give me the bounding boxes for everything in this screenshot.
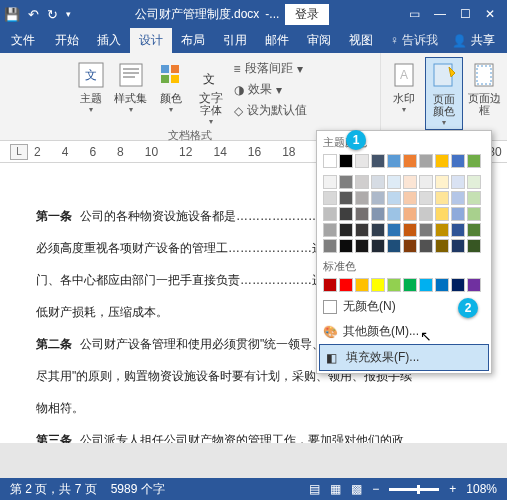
color-swatch[interactable] — [387, 154, 401, 168]
color-swatch[interactable] — [387, 223, 401, 237]
color-swatch[interactable] — [387, 175, 401, 189]
color-swatch[interactable] — [451, 278, 465, 292]
color-swatch[interactable] — [403, 175, 417, 189]
color-swatch[interactable] — [435, 191, 449, 205]
color-swatch[interactable] — [339, 223, 353, 237]
page-indicator[interactable]: 第 2 页，共 7 页 — [10, 481, 97, 498]
themes-button[interactable]: 文 主题▾ — [72, 57, 110, 116]
maximize-icon[interactable]: ☐ — [460, 7, 471, 21]
tab-design[interactable]: 设计 — [130, 28, 172, 53]
color-swatch[interactable] — [435, 223, 449, 237]
color-swatch[interactable] — [339, 175, 353, 189]
color-swatch[interactable] — [371, 191, 385, 205]
color-swatch[interactable] — [403, 239, 417, 253]
color-swatch[interactable] — [355, 223, 369, 237]
view-read-icon[interactable]: ▤ — [309, 482, 320, 496]
tab-mailings[interactable]: 邮件 — [256, 28, 298, 53]
color-swatch[interactable] — [419, 154, 433, 168]
color-swatch[interactable] — [403, 223, 417, 237]
color-swatch[interactable] — [355, 239, 369, 253]
color-swatch[interactable] — [339, 154, 353, 168]
color-swatch[interactable] — [451, 175, 465, 189]
color-swatch[interactable] — [355, 278, 369, 292]
color-swatch[interactable] — [387, 239, 401, 253]
color-swatch[interactable] — [355, 191, 369, 205]
tab-selector[interactable]: L — [10, 144, 28, 160]
color-swatch[interactable] — [467, 278, 481, 292]
tell-me[interactable]: ♀ 告诉我 — [390, 32, 438, 49]
color-swatch[interactable] — [339, 239, 353, 253]
color-swatch[interactable] — [467, 207, 481, 221]
color-swatch[interactable] — [403, 191, 417, 205]
set-default-button[interactable]: ◇设为默认值 — [232, 101, 309, 120]
color-swatch[interactable] — [323, 207, 337, 221]
zoom-in-icon[interactable]: + — [449, 482, 456, 496]
color-swatch[interactable] — [371, 175, 385, 189]
tab-review[interactable]: 审阅 — [298, 28, 340, 53]
color-swatch[interactable] — [323, 154, 337, 168]
styleset-button[interactable]: 样式集▾ — [112, 57, 150, 116]
color-swatch[interactable] — [371, 207, 385, 221]
color-swatch[interactable] — [435, 239, 449, 253]
color-swatch[interactable] — [435, 175, 449, 189]
color-swatch[interactable] — [339, 191, 353, 205]
word-count[interactable]: 5989 个字 — [111, 481, 165, 498]
color-swatch[interactable] — [355, 207, 369, 221]
color-swatch[interactable] — [467, 154, 481, 168]
color-swatch[interactable] — [451, 239, 465, 253]
color-swatch[interactable] — [419, 191, 433, 205]
color-swatch[interactable] — [467, 239, 481, 253]
color-swatch[interactable] — [323, 223, 337, 237]
color-swatch[interactable] — [419, 239, 433, 253]
color-swatch[interactable] — [323, 278, 337, 292]
color-swatch[interactable] — [355, 175, 369, 189]
undo-icon[interactable]: ↶ — [28, 7, 39, 22]
share-button[interactable]: 👤共享 — [440, 32, 507, 49]
page-color-button[interactable]: 页面颜色▾ — [425, 57, 463, 130]
tab-references[interactable]: 引用 — [214, 28, 256, 53]
zoom-slider[interactable] — [389, 488, 439, 491]
tab-insert[interactable]: 插入 — [88, 28, 130, 53]
color-swatch[interactable] — [323, 191, 337, 205]
tab-file[interactable]: 文件 — [0, 28, 46, 53]
view-print-icon[interactable]: ▦ — [330, 482, 341, 496]
fonts-button[interactable]: 文 文字字体▾ — [192, 57, 230, 128]
zoom-out-icon[interactable]: − — [372, 482, 379, 496]
watermark-button[interactable]: A 水印▾ — [385, 57, 423, 116]
color-swatch[interactable] — [355, 154, 369, 168]
tab-home[interactable]: 开始 — [46, 28, 88, 53]
color-swatch[interactable] — [403, 207, 417, 221]
close-icon[interactable]: ✕ — [485, 7, 495, 21]
color-swatch[interactable] — [419, 223, 433, 237]
effects-button[interactable]: ◑效果 ▾ — [232, 80, 309, 99]
color-swatch[interactable] — [371, 223, 385, 237]
color-swatch[interactable] — [387, 278, 401, 292]
color-swatch[interactable] — [419, 278, 433, 292]
color-swatch[interactable] — [451, 154, 465, 168]
login-button[interactable]: 登录 — [285, 4, 329, 25]
color-swatch[interactable] — [451, 191, 465, 205]
color-swatch[interactable] — [451, 223, 465, 237]
color-swatch[interactable] — [323, 239, 337, 253]
redo-icon[interactable]: ↻ — [47, 7, 58, 22]
more-colors-item[interactable]: 🎨其他颜色(M)... — [317, 319, 491, 344]
color-swatch[interactable] — [323, 175, 337, 189]
colors-button[interactable]: 颜色▾ — [152, 57, 190, 116]
color-swatch[interactable] — [419, 207, 433, 221]
color-swatch[interactable] — [467, 191, 481, 205]
color-swatch[interactable] — [403, 278, 417, 292]
page-borders-button[interactable]: 页面边框 — [465, 57, 503, 118]
color-swatch[interactable] — [467, 223, 481, 237]
minimize-icon[interactable]: — — [434, 7, 446, 21]
tab-layout[interactable]: 布局 — [172, 28, 214, 53]
color-swatch[interactable] — [435, 278, 449, 292]
color-swatch[interactable] — [339, 207, 353, 221]
color-swatch[interactable] — [371, 278, 385, 292]
color-swatch[interactable] — [339, 278, 353, 292]
fill-effects-item[interactable]: ◧填充效果(F)... — [319, 344, 489, 371]
color-swatch[interactable] — [467, 175, 481, 189]
paragraph-spacing-button[interactable]: ≡段落间距 ▾ — [232, 59, 309, 78]
color-swatch[interactable] — [387, 207, 401, 221]
color-swatch[interactable] — [435, 154, 449, 168]
tab-view[interactable]: 视图 — [340, 28, 382, 53]
